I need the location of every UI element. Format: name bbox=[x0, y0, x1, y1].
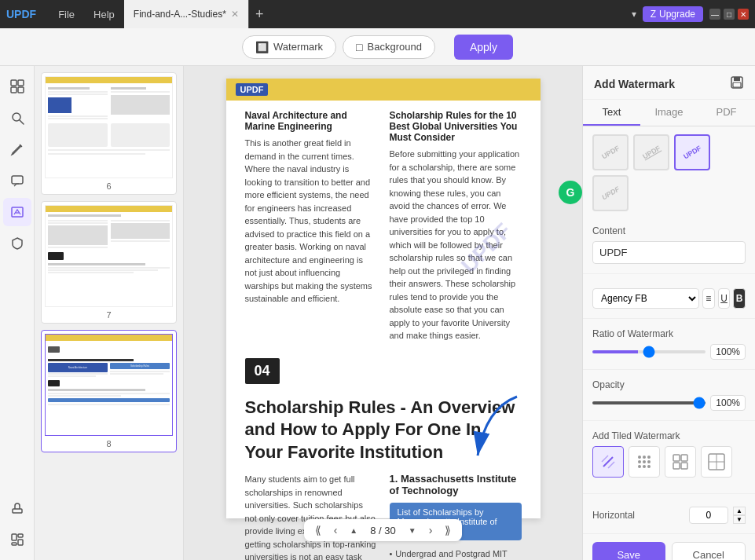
last-page-button[interactable]: ⟫ bbox=[440, 522, 456, 538]
col-right: Scholarship Rules for the 10 Best Global… bbox=[390, 110, 522, 349]
wm-tile-1[interactable]: UPDF bbox=[592, 134, 629, 170]
save-button[interactable]: Save bbox=[592, 542, 665, 560]
watermark-icon: 🔲 bbox=[255, 41, 269, 53]
page-label-7: 7 bbox=[45, 310, 173, 320]
doc-logo: UPDF bbox=[236, 83, 269, 96]
svg-rect-2 bbox=[11, 87, 16, 93]
horizontal-down-arrow[interactable]: ▼ bbox=[733, 515, 746, 524]
maximize-button[interactable]: □ bbox=[724, 9, 735, 20]
bold-button[interactable]: B bbox=[733, 288, 746, 309]
ratio-label: Ratio of Watermark bbox=[592, 328, 746, 339]
horizontal-input[interactable] bbox=[689, 507, 728, 524]
tab-text[interactable]: Text bbox=[583, 100, 640, 126]
left-sidebar bbox=[0, 66, 35, 560]
underline-button[interactable]: U bbox=[718, 288, 731, 309]
align-left-button[interactable]: ≡ bbox=[702, 288, 715, 309]
content-input[interactable] bbox=[592, 241, 746, 264]
tab-pdf[interactable]: PDF bbox=[698, 100, 755, 126]
rp-bottom-buttons: Save Cancel bbox=[583, 533, 755, 560]
tiled-section: Add Tiled Watermark bbox=[583, 424, 755, 490]
content-section: Content bbox=[583, 219, 755, 270]
wm-tile-4[interactable]: UPDF bbox=[592, 175, 629, 211]
page-thumb-7[interactable]: 7 bbox=[41, 201, 177, 324]
tiled-tile-4[interactable] bbox=[701, 446, 732, 478]
opacity-slider[interactable] bbox=[592, 401, 706, 404]
tab-image[interactable]: Image bbox=[640, 100, 698, 126]
tiled-tile-2[interactable] bbox=[629, 446, 660, 478]
svg-rect-12 bbox=[18, 540, 23, 545]
svg-rect-17 bbox=[733, 82, 741, 87]
svg-rect-16 bbox=[734, 77, 740, 81]
cancel-button[interactable]: Cancel bbox=[672, 542, 746, 560]
ratio-section: Ratio of Watermark 100% bbox=[583, 322, 755, 366]
upgrade-icon: Z bbox=[651, 9, 656, 20]
page-nav-wrapper: ⟪ ‹ ▲ 8 / 30 ▼ › ⟫ bbox=[304, 513, 463, 547]
menu-file[interactable]: File bbox=[49, 9, 84, 20]
svg-rect-9 bbox=[13, 509, 22, 513]
watermark-mode-button[interactable]: 🔲 Watermark bbox=[242, 35, 336, 59]
toolbar: 🔲 Watermark □ Background Apply bbox=[0, 28, 755, 66]
svg-point-19 bbox=[643, 456, 646, 459]
horizontal-up-arrow[interactable]: ▲ bbox=[733, 507, 746, 515]
wm-tile-3[interactable]: UPDF bbox=[674, 134, 710, 170]
apply-button[interactable]: Apply bbox=[454, 35, 513, 60]
mit-bullets: Undergrad and Postgrad MIT Scholarship F… bbox=[390, 547, 522, 560]
prev-page-button-2[interactable]: ▲ bbox=[345, 525, 362, 536]
save-icon[interactable] bbox=[730, 75, 744, 93]
svg-line-5 bbox=[20, 120, 24, 124]
next-page-button-2[interactable]: › bbox=[424, 522, 438, 538]
opacity-value: 100% bbox=[710, 395, 746, 411]
ratio-slider[interactable] bbox=[592, 350, 706, 353]
doc-two-col: Naval Architecture and Marine Engineerin… bbox=[245, 110, 522, 349]
wm-tile-2[interactable]: UPDF bbox=[633, 134, 669, 170]
svg-rect-7 bbox=[12, 176, 23, 184]
doc-area: UPDF Naval Architecture and Marine Engin… bbox=[184, 66, 582, 560]
right-panel-title: Add Watermark bbox=[594, 78, 675, 90]
tab-main[interactable]: Find-and-A...-Studies* ✕ bbox=[124, 0, 249, 28]
page-info: 8 / 30 bbox=[365, 525, 401, 536]
background-icon: □ bbox=[356, 41, 362, 53]
menu-help[interactable]: Help bbox=[84, 9, 124, 20]
sidebar-icon-organize[interactable] bbox=[3, 525, 31, 554]
sidebar-icon-stamp[interactable] bbox=[3, 494, 31, 522]
doc-page: UPDF Naval Architecture and Marine Engin… bbox=[226, 79, 541, 518]
page-thumb-8[interactable]: Naval Architecture Scholarship Rules bbox=[41, 330, 177, 452]
font-select[interactable]: Agency FB Arial Times New Roman bbox=[592, 288, 699, 309]
first-page-button[interactable]: ⟪ bbox=[310, 522, 326, 538]
svg-point-24 bbox=[638, 465, 641, 468]
tab-dropdown-icon[interactable]: ▾ bbox=[625, 9, 643, 20]
horizontal-label: Horizontal bbox=[592, 510, 684, 521]
font-section: Agency FB Arial Times New Roman ≡ U B bbox=[583, 277, 755, 315]
page-label-6: 6 bbox=[45, 181, 173, 191]
svg-rect-1 bbox=[18, 80, 24, 86]
sidebar-icon-protect[interactable] bbox=[3, 229, 31, 258]
svg-point-21 bbox=[638, 460, 641, 463]
col-left: Naval Architecture and Marine Engineerin… bbox=[245, 110, 377, 349]
tiled-tile-3[interactable] bbox=[665, 446, 696, 478]
sidebar-icon-search[interactable] bbox=[3, 104, 31, 132]
sidebar-icon-edit[interactable] bbox=[3, 135, 31, 163]
next-page-button[interactable]: ▼ bbox=[404, 525, 421, 536]
upgrade-button[interactable]: Z Upgrade bbox=[643, 6, 703, 22]
svg-point-23 bbox=[647, 460, 651, 463]
tab-add-button[interactable]: + bbox=[249, 6, 270, 23]
tiled-tile-1[interactable] bbox=[592, 446, 624, 478]
close-button[interactable]: ✕ bbox=[738, 9, 749, 20]
app-logo: UPDF bbox=[6, 8, 36, 20]
background-mode-button[interactable]: □ Background bbox=[343, 35, 435, 59]
sidebar-icon-watermark[interactable] bbox=[3, 198, 31, 226]
grammarly-badge[interactable]: G bbox=[559, 181, 582, 204]
svg-point-22 bbox=[643, 460, 646, 463]
sidebar-icon-thumbnail[interactable] bbox=[3, 72, 31, 101]
svg-rect-3 bbox=[18, 87, 24, 93]
pages-panel: 6 bbox=[35, 66, 184, 560]
sidebar-icon-comment[interactable] bbox=[3, 167, 31, 195]
col-left-text: This is another great field in demand in… bbox=[245, 137, 377, 306]
horizontal-arrows: ▲ ▼ bbox=[733, 507, 746, 524]
arrow-annotation bbox=[470, 393, 533, 471]
prev-page-button[interactable]: ‹ bbox=[329, 522, 343, 538]
page-thumb-6[interactable]: 6 bbox=[41, 72, 177, 195]
wm-tiles: UPDF UPDF UPDF UPDF bbox=[583, 126, 755, 219]
tab-close-icon[interactable]: ✕ bbox=[231, 9, 239, 20]
minimize-button[interactable]: — bbox=[709, 9, 720, 20]
